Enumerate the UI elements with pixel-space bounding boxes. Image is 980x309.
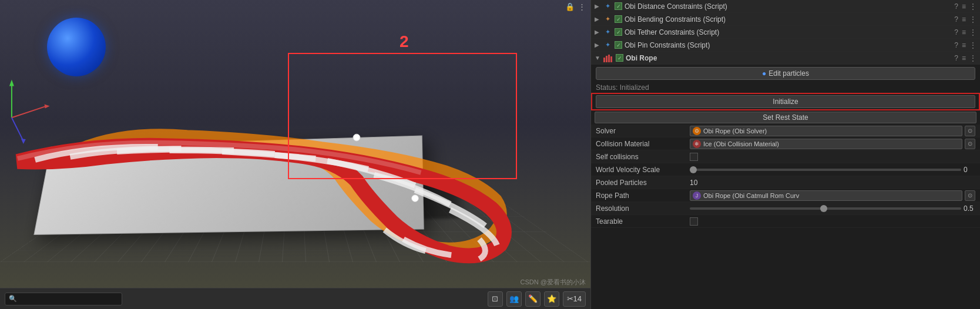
obi-bending-actions: ? ≡ ⋮ [954,15,976,23]
prop-pooled-particles-number: 10 [690,179,702,187]
component-arrow-3: ▶ [595,29,602,35]
viewport-icon-btn-5[interactable]: ✂ 14 [563,291,586,307]
viewport-panel: 2 🔒 ⋮ 🔍 ⊡ 👥 ✏️ ⭐ ✂ 14 CSDN @爱看书的小沐 [0,0,590,309]
component-obi-pin[interactable]: ▶ ✦ ✓ Obi Pin Constraints (Script) ? ≡ ⋮ [591,39,980,52]
set-rest-state-button[interactable]: Set Rest State [595,112,976,123]
prop-collision-material-value: ❄ Ice (Obi Collision Material) ⊙ [690,139,975,149]
prop-collision-material-label: Collision Material [596,140,690,148]
prop-rope-path-field[interactable]: J Obi Rope (Obi Catmull Rom Curv [690,190,962,201]
prop-resolution-number: 0.5 [964,204,975,213]
prop-world-velocity-row: World Velocity Scale 0 [591,163,980,176]
svg-rect-11 [610,56,612,62]
prop-self-collisions-label: Self collisions [596,153,690,161]
menu-icon-3[interactable]: ⋮ [969,28,976,36]
settings-icon[interactable]: ≡ [962,2,966,11]
prop-self-collisions-row: Self collisions [591,150,980,163]
svg-point-0 [353,134,360,141]
prop-resolution-slider[interactable] [690,207,961,210]
viewport-icon-btn-2[interactable]: 👥 [506,291,522,307]
prop-tearable-value [690,217,975,226]
prop-rope-path-text: Obi Rope (Obi Catmull Rom Curv [703,192,799,199]
rope-svg [0,35,588,270]
prop-collision-material-text: Ice (Obi Collision Material) [703,140,779,147]
prop-solver-value: ⚙ Obi Rope (Obi Solver) ⊙ [690,126,975,136]
obi-rope-actions: ? ≡ ⋮ [954,54,976,62]
viewport-icon-btn-1[interactable]: ⊡ [488,291,503,307]
prop-world-velocity-thumb [690,166,697,173]
menu-icon-5[interactable]: ⋮ [969,54,976,62]
svg-rect-9 [606,56,608,62]
initialize-section: Initialize [591,93,980,110]
svg-rect-10 [608,55,610,62]
settings-icon-3[interactable]: ≡ [962,28,966,36]
obi-rope-section-label: Obi Rope [626,54,954,62]
prop-solver-label: Solver [596,127,690,135]
obi-tether-icon: ✦ [603,28,612,37]
help-icon-5[interactable]: ? [954,54,958,62]
svg-marker-5 [45,104,50,108]
csdn-watermark: CSDN @爱看书的小沐 [521,278,586,287]
obi-tether-actions: ? ≡ ⋮ [954,28,976,36]
component-obi-tether[interactable]: ▶ ✦ ✓ Obi Tether Constraints (Script) ? … [591,26,980,39]
prop-world-velocity-label: World Velocity Scale [596,166,690,174]
prop-resolution-label: Resolution [596,204,690,213]
obi-distance-name: Obi Distance Constraints (Script) [625,2,954,11]
prop-self-collisions-checkbox[interactable] [690,153,698,161]
obi-rope-checkbox[interactable]: ✓ [616,54,623,62]
layer-count-label: ✂ [567,294,573,303]
obi-bending-name: Obi Bending Constraints (Script) [625,15,954,23]
obi-bending-icon: ✦ [603,15,612,24]
rope-path-dot-button[interactable]: ⊙ [965,190,975,201]
edit-particles-label: Edit particles [768,69,809,78]
menu-icon[interactable]: ⋮ [969,2,976,11]
prop-rope-path-label: Rope Path [596,192,690,200]
settings-icon-5[interactable]: ≡ [962,54,966,62]
prop-tearable-checkbox[interactable] [690,217,698,226]
menu-icon-4[interactable]: ⋮ [969,41,976,49]
solver-obj-icon: ⚙ [693,127,701,135]
prop-tearable-row: Tearable [591,215,980,228]
collision-material-dot-button[interactable]: ⊙ [965,139,975,149]
viewport-search-bar[interactable]: 🔍 [5,293,122,305]
settings-icon-4[interactable]: ≡ [962,41,966,49]
viewport-menu-icon[interactable]: ⋮ [578,2,586,11]
prop-solver-field[interactable]: ⚙ Obi Rope (Obi Solver) [690,126,962,136]
viewport-toolbar: 🔍 ⊡ 👥 ✏️ ⭐ ✂ 14 [0,288,590,309]
help-icon-2[interactable]: ? [954,15,958,23]
prop-collision-material-row: Collision Material ❄ Ice (Obi Collision … [591,137,980,150]
help-icon[interactable]: ? [954,2,958,11]
svg-line-6 [12,117,24,141]
obi-tether-checkbox[interactable]: ✓ [615,28,622,36]
prop-world-velocity-slider[interactable] [690,169,961,171]
obi-distance-checkbox[interactable]: ✓ [615,2,622,10]
edit-particles-button[interactable]: ● Edit particles [596,67,975,80]
component-obi-distance[interactable]: ▶ ✦ ✓ Obi Distance Constraints (Script) … [591,0,980,13]
viewport-icon-btn-3[interactable]: ✏️ [525,291,541,307]
lock-icon[interactable]: 🔒 [565,2,575,11]
prop-solver-text: Obi Rope (Obi Solver) [703,127,767,135]
obi-pin-actions: ? ≡ ⋮ [954,41,976,49]
help-icon-3[interactable]: ? [954,28,958,36]
obi-pin-checkbox[interactable]: ✓ [615,41,622,49]
settings-icon-2[interactable]: ≡ [962,15,966,23]
solver-dot-button[interactable]: ⊙ [965,126,975,136]
help-icon-4[interactable]: ? [954,41,958,49]
obi-bending-checkbox[interactable]: ✓ [615,15,622,23]
prop-world-velocity-number: 0 [964,166,975,174]
obi-pin-name: Obi Pin Constraints (Script) [625,41,954,49]
initialize-button[interactable]: Initialize [596,95,975,108]
obi-rope-icon [603,54,613,62]
prop-collision-material-field[interactable]: ❄ Ice (Obi Collision Material) [690,139,962,149]
prop-tearable-label: Tearable [596,217,690,226]
obi-rope-header[interactable]: ▼ ✓ Obi Rope ? ≡ ⋮ [591,52,980,65]
menu-icon-2[interactable]: ⋮ [969,15,976,23]
component-arrow: ▶ [595,16,602,22]
obi-distance-actions: ? ≡ ⋮ [954,2,976,11]
component-obi-bending[interactable]: ▶ ✦ ✓ Obi Bending Constraints (Script) ?… [591,13,980,26]
search-icon: 🔍 [9,295,17,303]
prop-self-collisions-value [690,153,975,161]
component-arrow: ▶ [595,3,602,9]
viewport-icon-btn-4[interactable]: ⭐ [544,291,559,307]
obi-rope-arrow: ▼ [595,55,602,61]
prop-resolution-row: Resolution 0.5 [591,202,980,215]
